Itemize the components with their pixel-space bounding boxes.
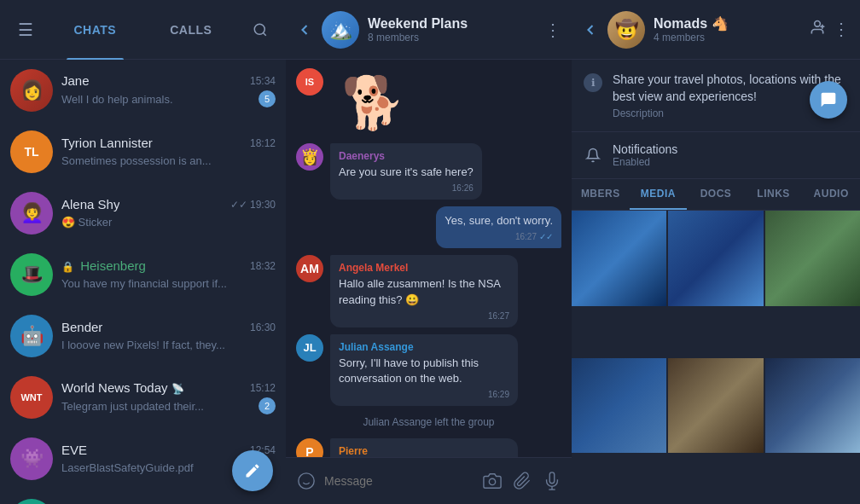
- bubble-pierre: Pierre Wait, we could have made so much …: [330, 438, 518, 457]
- right-header-info: Nomads 🐴 4 members: [654, 15, 800, 43]
- message-julian: JL Julian Assange Sorry, I'll have to pu…: [296, 334, 561, 406]
- lock-icon: 🔒: [61, 261, 74, 273]
- search-button[interactable]: [243, 13, 277, 47]
- chat-item-nick[interactable]: 👨 Nick 22: [0, 490, 286, 504]
- tab-chats[interactable]: CHATS: [47, 0, 143, 60]
- chat-preview-bender: I looove new Pixels! If fact, they...: [61, 339, 225, 351]
- chat-input-bar: [286, 457, 572, 504]
- chat-header-name: Weekend Plans: [368, 16, 536, 32]
- mic-button[interactable]: [540, 468, 563, 494]
- media-tabs: MBERS MEDIA DOCS LINKS AUDIO: [572, 179, 860, 211]
- media-grid: [572, 211, 860, 504]
- avatar-nick: 👨: [10, 499, 53, 504]
- chat-info-tyrion: Tyrion Lannister 18:12 Sometimes possess…: [61, 136, 276, 168]
- bubble-outgoing-1: Yes, sure, don't worry. 16:27 ✓✓: [436, 206, 561, 248]
- text-angela: Hallo alle zusammen! Is the NSA reading …: [339, 276, 509, 307]
- sticker-content: 🐕: [330, 68, 415, 136]
- text-julian: Sorry, I'll have to publish this convers…: [339, 356, 509, 386]
- chat-name-tyrion: Tyrion Lannister: [61, 136, 153, 150]
- tab-docs[interactable]: DOCS: [687, 179, 745, 210]
- hamburger-button[interactable]: ☰: [9, 13, 43, 47]
- badge-world-news: 2: [259, 397, 276, 414]
- tab-links[interactable]: LINKS: [745, 179, 803, 210]
- chat-panel: 🏔️ Weekend Plans 8 members ⋮ IS 🐕 👸 Daen…: [286, 0, 572, 504]
- avatar-bender: 🤖: [10, 315, 53, 357]
- time-julian: 16:29: [488, 390, 509, 399]
- chat-preview-tyrion: Sometimes possession is an...: [61, 154, 212, 167]
- avatar-daenerys: 👸: [296, 143, 323, 171]
- chat-name-jane: Jane: [61, 73, 90, 88]
- right-more-button[interactable]: ⋮: [833, 19, 850, 40]
- compose-fab[interactable]: [232, 450, 273, 491]
- more-options-button[interactable]: ⋮: [544, 20, 561, 40]
- notifications-title: Notifications: [613, 142, 848, 156]
- avatar-world-news: WNT: [10, 376, 53, 419]
- chat-fab[interactable]: [810, 81, 847, 119]
- media-thumb-5[interactable]: [668, 358, 763, 453]
- media-thumb-4[interactable]: [572, 358, 666, 453]
- group-avatar-weekend: 🏔️: [322, 11, 359, 49]
- bubble-daenerys: Daenerys Are you sure it's safe here? 16…: [330, 143, 482, 200]
- media-thumb-1[interactable]: [572, 211, 666, 305]
- attachment-button[interactable]: [510, 468, 533, 494]
- chat-time-alena: ✓✓ 19:30: [230, 199, 276, 211]
- chat-info-jane: Jane 15:34 Well I do help animals. 5: [61, 73, 276, 107]
- text-daenerys: Are you sure it's safe here?: [339, 165, 474, 180]
- chat-item-jane[interactable]: 👩 Jane 15:34 Well I do help animals. 5: [0, 60, 286, 121]
- back-button[interactable]: [296, 21, 313, 38]
- media-thumb-3[interactable]: [765, 211, 860, 305]
- chat-header-sub: 8 members: [368, 32, 536, 43]
- message-outgoing-1: Yes, sure, don't worry. 16:27 ✓✓: [296, 206, 561, 248]
- notifications-status: Enabled: [613, 156, 848, 168]
- tab-members[interactable]: MBERS: [572, 179, 630, 210]
- chat-item-world-news[interactable]: WNT World News Today 📡 15:12 Telegram ju…: [0, 367, 286, 428]
- camera-button[interactable]: [480, 468, 503, 494]
- message-sticker: IS 🐕: [296, 68, 561, 136]
- chat-time-jane: 15:34: [250, 75, 276, 87]
- message-pierre: P Pierre Wait, we could have made so muc…: [296, 438, 561, 457]
- sender-daenerys: Daenerys: [339, 150, 474, 162]
- bubble-angela: Angela Merkel Hallo alle zusammen! Is th…: [330, 255, 518, 327]
- info-icon: ℹ: [584, 73, 602, 92]
- chat-name-world-news: World News Today 📡: [61, 380, 184, 395]
- emoji-button[interactable]: [294, 468, 317, 494]
- avatar-tyrion: TL: [10, 130, 53, 173]
- chat-info-heisenberg: 🔒 Heisenberg 18:32 You have my financial…: [61, 258, 276, 291]
- right-panel: 🤠 Nomads 🐴 4 members ⋮ ℹ Share: [572, 0, 860, 504]
- chat-preview-heisenberg: You have my financial support if...: [61, 277, 227, 290]
- media-thumb-6[interactable]: [765, 358, 860, 453]
- right-group-avatar-image: 🤠: [607, 11, 645, 49]
- chat-preview-jane: Well I do help animals.: [61, 93, 173, 106]
- svg-point-2: [298, 473, 313, 489]
- double-check-icon: ✓✓: [230, 199, 247, 211]
- message-input[interactable]: [324, 474, 474, 488]
- hamburger-icon: ☰: [18, 20, 33, 40]
- chat-list: 👩 Jane 15:34 Well I do help animals. 5 T…: [0, 60, 286, 504]
- chat-item-bender[interactable]: 🤖 Bender 16:30 I looove new Pixels! If f…: [0, 305, 286, 367]
- notifications-row: Notifications Enabled: [572, 132, 860, 179]
- right-group-name: Nomads 🐴: [654, 15, 800, 32]
- chat-header-info: Weekend Plans 8 members: [368, 16, 536, 43]
- media-thumb-2[interactable]: [668, 211, 763, 305]
- tab-audio[interactable]: AUDIO: [802, 179, 860, 210]
- sender-angela: Angela Merkel: [339, 262, 509, 274]
- chat-item-heisenberg[interactable]: 🎩 🔒 Heisenberg 18:32 You have my financi…: [0, 244, 286, 305]
- bubble-julian: Julian Assange Sorry, I'll have to publi…: [330, 334, 518, 406]
- chat-item-alena[interactable]: 👩‍🦱 Alena Shy ✓✓ 19:30 😍 Sticker: [0, 182, 286, 244]
- system-message-left: Julian Assange left the group: [296, 413, 561, 432]
- tab-calls[interactable]: CALLS: [143, 0, 240, 60]
- right-panel-header: 🤠 Nomads 🐴 4 members ⋮: [572, 0, 860, 60]
- svg-point-0: [254, 24, 264, 34]
- sidebar-header: ☰ CHATS CALLS: [0, 0, 286, 60]
- chat-preview-world-news: Telegram just updated their...: [61, 400, 204, 413]
- chat-item-tyrion[interactable]: TL Tyrion Lannister 18:12 Sometimes poss…: [0, 121, 286, 182]
- add-member-button[interactable]: [809, 19, 826, 40]
- tabs-container: CHATS CALLS: [47, 0, 239, 60]
- tab-media[interactable]: MEDIA: [630, 179, 688, 210]
- right-back-button[interactable]: [582, 21, 599, 38]
- sender-pierre: Pierre: [339, 445, 509, 457]
- message-daenerys: 👸 Daenerys Are you sure it's safe here? …: [296, 143, 561, 200]
- avatar-jane: 👩: [10, 69, 53, 112]
- chat-info-bender: Bender 16:30 I looove new Pixels! If fac…: [61, 320, 276, 352]
- chat-header: 🏔️ Weekend Plans 8 members ⋮: [286, 0, 572, 60]
